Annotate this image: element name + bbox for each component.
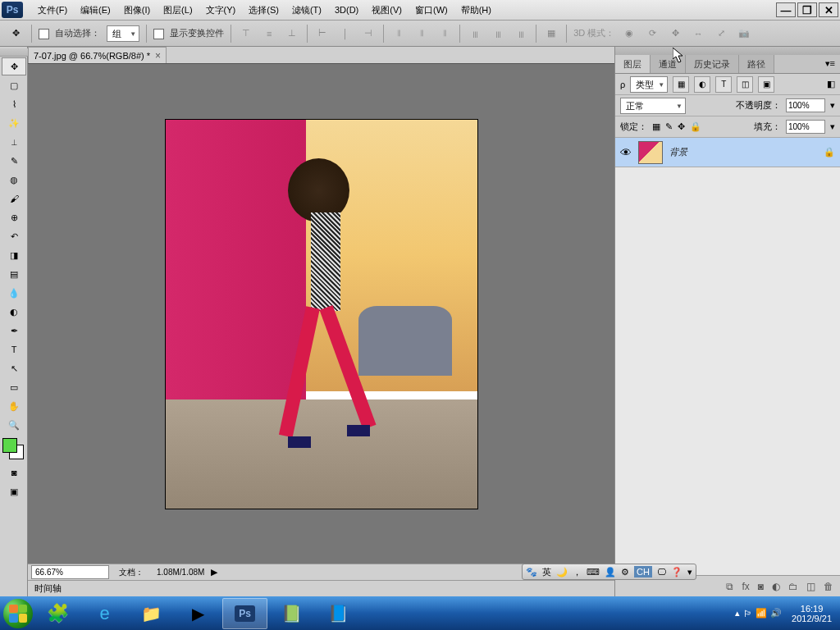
healing-brush-tool[interactable]: ◍ (2, 171, 26, 189)
blend-mode-dropdown[interactable]: 正常 (620, 98, 686, 114)
zoom-input[interactable] (31, 565, 109, 579)
pen-tool[interactable]: ✒ (2, 322, 26, 340)
canvas-viewport[interactable] (28, 63, 614, 564)
type-tool[interactable]: T (2, 340, 26, 358)
menu-view[interactable]: 视图(V) (365, 2, 409, 19)
ime-punct-icon[interactable]: ， (573, 566, 582, 578)
taskbar-ie[interactable]: e (82, 598, 127, 629)
image-canvas[interactable] (166, 120, 477, 509)
align-left-icon[interactable]: ⊢ (314, 25, 331, 42)
align-bottom-icon[interactable]: ⊥ (284, 25, 300, 42)
hand-tool[interactable]: ✋ (2, 397, 26, 415)
auto-align-icon[interactable]: ▦ (543, 25, 559, 42)
panel-menu-icon[interactable]: ▾≡ (820, 55, 840, 73)
lock-pixels-icon[interactable]: ✎ (665, 121, 673, 132)
status-arrow-icon[interactable]: ▶ (211, 567, 217, 578)
lock-position-icon[interactable]: ✥ (678, 121, 685, 132)
distribute-right-icon[interactable]: ⫼ (513, 25, 529, 42)
maximize-button[interactable]: ❐ (797, 2, 817, 17)
opacity-dropdown-icon[interactable]: ▾ (830, 100, 835, 111)
ime-dropdown-icon[interactable]: ▾ (687, 567, 692, 578)
layer-item[interactable]: 👁 背景 🔒 (615, 138, 840, 167)
filter-kind-dropdown[interactable]: 类型 (630, 76, 668, 93)
dodge-tool[interactable]: ◐ (2, 303, 26, 321)
delete-layer-icon[interactable]: 🗑 (824, 581, 833, 592)
distribute-top-icon[interactable]: ⫴ (390, 25, 407, 42)
align-vcenter-icon[interactable]: ≡ (261, 25, 277, 42)
align-top-icon[interactable]: ⊤ (238, 25, 254, 42)
taskbar-media-player[interactable]: ▶ (176, 598, 221, 629)
crop-tool[interactable]: ⟂ (2, 133, 26, 151)
filter-adjustment-icon[interactable]: ◐ (694, 76, 710, 93)
filter-pixel-icon[interactable]: ▦ (673, 76, 689, 93)
eraser-tool[interactable]: ◨ (2, 246, 26, 264)
move-tool[interactable]: ✥ (2, 57, 26, 75)
filter-smart-icon[interactable]: ▣ (758, 76, 774, 93)
layer-lock-icon[interactable]: 🔒 (824, 147, 835, 158)
toolbox-grip[interactable] (0, 48, 28, 57)
ime-help-icon[interactable]: ❓ (671, 567, 682, 578)
menu-filter[interactable]: 滤镜(T) (285, 2, 328, 19)
tab-close-icon[interactable]: × (155, 50, 161, 62)
ime-lang[interactable]: 英 (542, 566, 551, 578)
panel-grip[interactable] (615, 47, 840, 55)
taskbar-excel[interactable]: 📗 (269, 598, 314, 629)
lock-all-icon[interactable]: 🔒 (690, 121, 701, 132)
filter-toggle[interactable]: ◧ (827, 79, 835, 89)
quickmask-tool[interactable]: ◙ (2, 463, 26, 482)
close-button[interactable]: ✕ (819, 2, 838, 17)
distribute-hcenter-icon[interactable]: ⫼ (490, 25, 506, 42)
document-tab[interactable]: 7-07.jpg @ 66.7%(RGB/8#) * × (28, 47, 167, 63)
shape-tool[interactable]: ▭ (2, 378, 26, 396)
path-selection-tool[interactable]: ↖ (2, 359, 26, 377)
minimize-button[interactable]: — (776, 2, 796, 17)
align-hcenter-icon[interactable]: │ (337, 25, 354, 42)
magic-wand-tool[interactable]: ✨ (2, 114, 26, 132)
auto-select-type-dropdown[interactable]: 组 (107, 25, 139, 42)
tray-clock[interactable]: 16:19 2012/9/21 (785, 604, 832, 623)
clone-stamp-tool[interactable]: ⊕ (2, 208, 26, 226)
ime-keyboard-icon[interactable]: ⌨ (587, 567, 600, 578)
menu-select[interactable]: 选择(S) (242, 2, 285, 19)
pan-3d-icon[interactable]: ✥ (667, 25, 683, 42)
distribute-bottom-icon[interactable]: ⫴ (436, 25, 453, 42)
taskbar-explorer[interactable]: 📁 (129, 598, 174, 629)
history-brush-tool[interactable]: ↶ (2, 227, 26, 245)
ime-moon-icon[interactable]: 🌙 (556, 567, 568, 578)
tab-history[interactable]: 历史记录 (686, 55, 739, 73)
ime-settings-icon[interactable]: ⚙ (621, 567, 629, 578)
show-transform-checkbox[interactable] (153, 29, 164, 39)
auto-select-option[interactable]: 自动选择： (39, 27, 100, 39)
tray-volume-icon[interactable]: 🔊 (770, 608, 782, 619)
tab-channels[interactable]: 通道 (651, 55, 686, 73)
menu-image[interactable]: 图像(I) (117, 2, 157, 19)
filter-kind-icon[interactable]: ρ (620, 80, 625, 89)
rotate-3d-icon[interactable]: ⟳ (644, 25, 660, 42)
ime-paw-icon[interactable]: 🐾 (526, 567, 537, 578)
eyedropper-tool[interactable]: ✎ (2, 152, 26, 170)
screenmode-tool[interactable]: ▣ (2, 482, 26, 500)
layer-group-icon[interactable]: 🗀 (788, 581, 798, 592)
taskbar-word[interactable]: 📘 (316, 598, 361, 629)
menu-help[interactable]: 帮助(H) (454, 2, 498, 19)
gradient-tool[interactable]: ▤ (2, 265, 26, 283)
tray-flag-icon[interactable]: 🏳 (743, 609, 752, 619)
link-layers-icon[interactable]: ⧉ (726, 581, 733, 592)
tab-layers[interactable]: 图层 (615, 55, 651, 73)
camera-3d-icon[interactable]: 📷 (736, 25, 752, 42)
layer-fx-icon[interactable]: fx (742, 581, 749, 592)
layer-mask-icon[interactable]: ◙ (758, 581, 764, 592)
layers-list[interactable]: 👁 背景 🔒 (615, 138, 840, 575)
menu-type[interactable]: 文字(Y) (199, 2, 243, 19)
lock-transparency-icon[interactable]: ▦ (652, 121, 660, 132)
foreground-color[interactable] (2, 438, 17, 453)
ime-toolbar[interactable]: 🐾 英 🌙 ， ⌨ 👤 ⚙ CH 🖵 ❓ ▾ (522, 564, 696, 580)
taskbar-photoshop[interactable]: Ps (222, 598, 267, 629)
ime-user-icon[interactable]: 👤 (605, 567, 616, 578)
auto-select-checkbox[interactable] (39, 29, 49, 39)
layer-thumbnail[interactable] (638, 141, 663, 164)
filter-shape-icon[interactable]: ◫ (737, 76, 753, 93)
menu-edit[interactable]: 编辑(E) (74, 2, 117, 19)
adjustment-layer-icon[interactable]: ◐ (772, 581, 780, 592)
show-transform-option[interactable]: 显示变换控件 (153, 27, 224, 39)
